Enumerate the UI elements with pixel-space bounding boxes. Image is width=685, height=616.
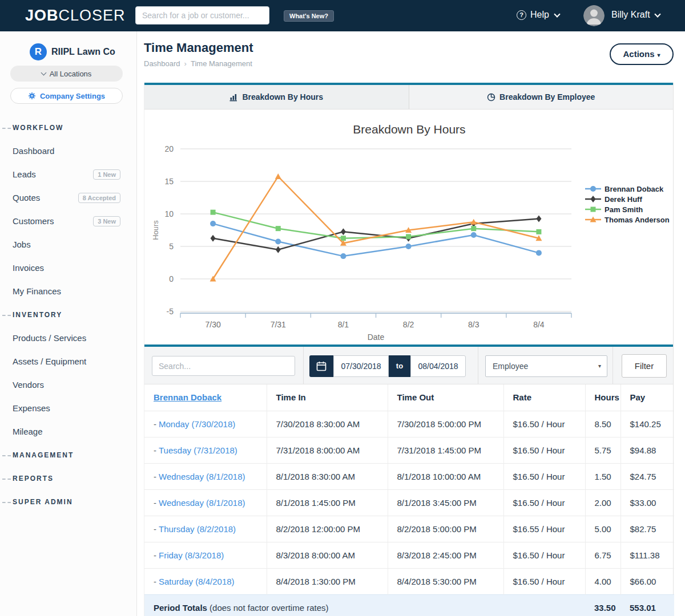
locations-label: All Locations	[50, 70, 92, 78]
day-link[interactable]: Thursday (8/2/2018)	[159, 524, 236, 534]
legend-item-thomas-anderson[interactable]: Thomas Anderson	[605, 216, 670, 224]
sidebar-nav: WORKFLOWDashboardLeads1 NewQuotes8 Accep…	[0, 116, 136, 513]
pie-chart-icon	[487, 93, 495, 102]
sidebar-item-quotes[interactable]: Quotes8 Accepted	[0, 186, 136, 209]
cell-time-out: 8/2/2018 5:00:00 PM	[388, 516, 503, 542]
cell-pay: $33.00	[620, 489, 674, 516]
company-name: RIIPL Lawn Co	[51, 47, 115, 57]
sidebar-item-products-services[interactable]: Products / Services	[0, 326, 136, 350]
cell-hours: 5.00	[585, 516, 620, 542]
global-search-input[interactable]	[135, 6, 269, 25]
sidebar-item-invoices[interactable]: Invoices	[0, 256, 136, 279]
sidebar-item-my-finances[interactable]: My Finances	[0, 279, 136, 303]
avatar-photo-icon	[583, 5, 605, 26]
day-prefix: -	[154, 472, 156, 481]
period-totals-label: Period Totals (does not factor overtime …	[144, 594, 585, 616]
sidebar-section-management[interactable]: MANAGEMENT	[0, 443, 136, 467]
sidebar-item-label: Invoices	[13, 263, 44, 273]
sidebar-item-vendors[interactable]: Vendors	[0, 373, 136, 396]
legend-item-brennan-doback[interactable]: Brennan Doback	[605, 185, 664, 193]
square-marker-icon	[536, 229, 541, 234]
date-to-label: to	[389, 355, 410, 377]
sidebar-item-leads[interactable]: Leads1 New	[0, 163, 136, 186]
date-to-input[interactable]	[410, 355, 466, 377]
diamond-marker-icon[interactable]	[591, 196, 596, 202]
sidebar-badge: 8 Accepted	[78, 193, 120, 203]
square-marker-icon	[211, 210, 216, 215]
cell-time-in: 8/3/2018 8:00:00 AM	[267, 542, 388, 568]
chart-panel: Breakdown By Hours20151050-57/307/318/18…	[144, 110, 673, 345]
diamond-marker-icon	[211, 235, 216, 242]
day-link[interactable]: Tuesday (7/31/2018)	[159, 445, 237, 455]
sidebar-item-expenses[interactable]: Expenses	[0, 396, 136, 420]
cell-rate: $16.50 / Hour	[503, 437, 585, 463]
filter-divider	[303, 347, 304, 384]
tab-label: Breakdown By Employee	[499, 92, 595, 102]
svg-text:8/2: 8/2	[403, 320, 414, 329]
actions-button[interactable]: Actions▾	[610, 43, 674, 65]
cell-rate: $16.50 / Hour	[503, 542, 585, 568]
table-search-input[interactable]	[152, 356, 295, 376]
legend-item-pam-smith[interactable]: Pam Smith	[605, 205, 643, 214]
legend-item-derek-huff[interactable]: Derek Huff	[605, 195, 642, 204]
whats-new-button[interactable]: What's New?	[284, 10, 334, 22]
cell-rate: $16.50 / Hour	[503, 463, 585, 489]
cell-day: -Friday (8/3/2018)	[144, 542, 267, 568]
svg-text:7/30: 7/30	[205, 320, 220, 329]
column-header-time-in: Time In	[267, 384, 388, 411]
svg-text:15: 15	[164, 177, 174, 186]
calendar-icon-button[interactable]	[309, 355, 333, 377]
section-dash-icon	[2, 455, 11, 456]
time-entry-row: -Wednesday (8/1/2018)8/1/2018 1:45:00 PM…	[144, 489, 674, 516]
content-card: Breakdown By Hours Breakdown By Employee…	[144, 83, 674, 616]
sidebar-item-customers[interactable]: Customers3 New	[0, 209, 136, 233]
section-label: WORKFLOW	[13, 124, 63, 132]
sidebar-section-workflow[interactable]: WORKFLOW	[0, 116, 136, 139]
filter-button[interactable]: Filter	[622, 354, 667, 378]
cell-hours: 6.75	[585, 542, 620, 568]
sidebar-section-super-admin[interactable]: SUPER ADMIN	[0, 490, 136, 513]
day-prefix: -	[154, 419, 156, 429]
user-avatar[interactable]	[583, 5, 605, 26]
table-header-row: Brennan Doback Time In Time Out Rate Hou…	[144, 384, 674, 411]
day-prefix: -	[154, 445, 156, 455]
group-by-select[interactable]: Employee ▾	[485, 355, 607, 377]
sidebar-item-label: Customers	[13, 216, 54, 226]
sidebar-item-assets-equipment[interactable]: Assets / Equipment	[0, 350, 136, 373]
all-locations-dropdown[interactable]: All Locations	[10, 66, 123, 82]
section-label: SUPER ADMIN	[13, 498, 73, 506]
cell-day: -Wednesday (8/1/2018)	[144, 463, 267, 489]
day-link[interactable]: Wednesday (8/1/2018)	[159, 498, 245, 508]
day-link[interactable]: Saturday (8/4/2018)	[159, 577, 235, 586]
sidebar-item-dashboard[interactable]: Dashboard	[0, 139, 136, 163]
tab-breakdown-by-hours[interactable]: Breakdown By Hours	[144, 85, 409, 109]
series-line-brennan-doback	[213, 224, 539, 256]
square-marker-icon[interactable]	[591, 207, 596, 212]
sidebar-section-reports[interactable]: REPORTS	[0, 467, 136, 490]
locations-chevron-down-icon	[41, 70, 46, 76]
sidebar-item-mileage[interactable]: Mileage	[0, 420, 136, 443]
employee-name-link[interactable]: Brennan Doback	[154, 392, 221, 402]
breadcrumb-dashboard[interactable]: Dashboard	[144, 59, 180, 68]
gear-icon	[28, 92, 36, 100]
date-from-input[interactable]	[333, 355, 389, 377]
help-menu[interactable]: Help	[530, 10, 549, 20]
column-header-pay: Pay	[620, 384, 674, 411]
circle-marker-icon	[340, 253, 346, 259]
day-link[interactable]: Wednesday (8/1/2018)	[159, 472, 245, 481]
tab-breakdown-by-employee[interactable]: Breakdown By Employee	[409, 85, 674, 109]
sidebar-section-inventory[interactable]: INVENTORY	[0, 303, 136, 326]
day-link[interactable]: Friday (8/3/2018)	[159, 550, 224, 560]
app-logo[interactable]: JOBCLOSER	[25, 7, 126, 25]
user-name[interactable]: Billy Kraft	[611, 10, 650, 20]
period-totals-row: Period Totals (does not factor overtime …	[144, 594, 674, 616]
cell-time-out: 7/31/2018 1:45:00 PM	[388, 437, 503, 463]
cell-time-out: 7/30/2018 5:00:00 PM	[388, 411, 503, 437]
sidebar-item-jobs[interactable]: Jobs	[0, 233, 136, 256]
logo-light: CLOSER	[59, 7, 126, 24]
circle-marker-icon[interactable]	[590, 186, 596, 192]
day-link[interactable]: Monday (7/30/2018)	[159, 419, 235, 429]
series-line-thomas-anderson	[213, 176, 539, 279]
company-settings-button[interactable]: Company Settings	[10, 88, 123, 104]
svg-text:8/1: 8/1	[338, 320, 349, 329]
